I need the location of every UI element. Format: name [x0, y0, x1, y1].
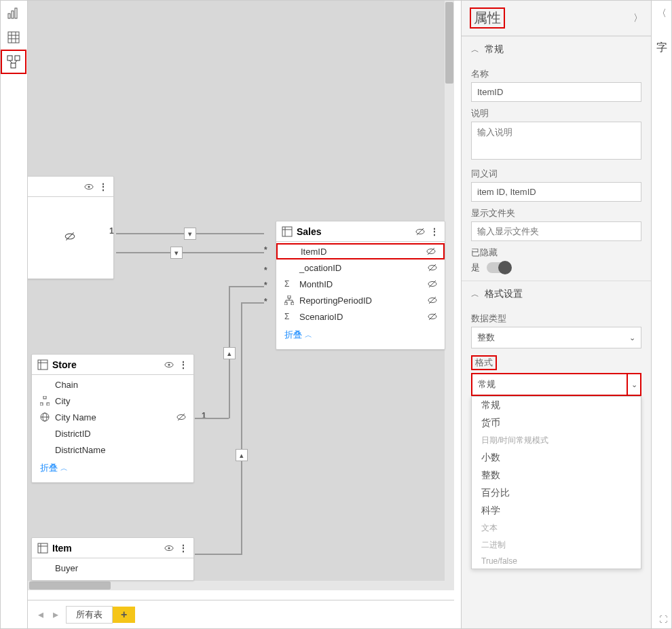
field-districtname[interactable]: DistrictName: [32, 442, 193, 458]
description-label: 说明: [471, 107, 641, 120]
field-monthid[interactable]: ΣMonthID: [276, 276, 445, 292]
relationship-line[interactable]: [195, 418, 229, 419]
format-option[interactable]: 整数: [472, 467, 641, 484]
svg-rect-45: [40, 403, 43, 406]
relationship-line[interactable]: [196, 233, 264, 234]
cardinality-one: 1: [109, 226, 114, 236]
hidden-icon: [427, 262, 439, 273]
svg-rect-3: [8, 32, 19, 43]
section-format-header[interactable]: ︿ 格式设置: [462, 281, 651, 307]
relationship-filter-arrow[interactable]: ▾: [184, 228, 196, 240]
chevron-up-icon: ︿: [60, 463, 68, 473]
format-dropdown: 常规 货币 日期/时间常规模式 小数 整数 百分比 科学 文本 二进制 True…: [471, 396, 641, 569]
svg-line-12: [15, 60, 17, 63]
hierarchy-icon: [284, 295, 295, 305]
svg-rect-10: [11, 63, 16, 68]
expand-pane-icon[interactable]: 〈: [652, 1, 671, 26]
hidden-icon: [427, 295, 439, 306]
chevron-up-icon: ︿: [305, 330, 312, 340]
left-view-toolbar: [1, 1, 28, 628]
hidden-icon[interactable]: [415, 226, 426, 237]
table-node-item[interactable]: Item ⋮ Buyer: [31, 537, 194, 581]
collapse-link[interactable]: 折叠︿: [276, 325, 445, 345]
hidden-icon: [64, 230, 76, 242]
globe-icon: [40, 412, 51, 422]
sigma-icon: Σ: [284, 279, 295, 289]
relationship-line[interactable]: [241, 302, 242, 554]
visibility-icon[interactable]: [164, 359, 174, 370]
svg-point-14: [88, 185, 90, 187]
field-scenarioid[interactable]: ΣScenarioID: [276, 308, 445, 325]
format-select[interactable]: 常规 ⌄: [471, 373, 641, 396]
synonyms-input[interactable]: [471, 182, 641, 202]
field-cityname[interactable]: City Name: [32, 409, 193, 425]
cardinality-many: *: [264, 297, 267, 306]
field-locationid[interactable]: _ocationID: [276, 259, 445, 276]
pane-title: 属性: [470, 7, 505, 29]
relationship-line[interactable]: [116, 252, 170, 253]
table-node-partial[interactable]: ⋮: [28, 176, 114, 279]
visibility-icon[interactable]: [164, 543, 174, 554]
format-option[interactable]: 小数: [472, 449, 641, 467]
fit-to-screen-icon[interactable]: ⛶: [659, 615, 667, 624]
format-option[interactable]: 科学: [472, 502, 641, 520]
add-diagram-tab[interactable]: +: [113, 607, 135, 623]
field-city[interactable]: City: [32, 393, 193, 409]
table-node-sales[interactable]: Sales ⋮ ItemID _ocationID ΣMonthID Repor…: [276, 221, 445, 350]
diagram-tabs-bar: ◂ ▸ 所有表 +: [28, 600, 454, 628]
display-folder-input[interactable]: [471, 221, 641, 241]
section-general-header[interactable]: ︿ 常规: [462, 37, 651, 62]
synonyms-label: 同义词: [471, 168, 641, 180]
tab-nav-prev[interactable]: ◂: [33, 607, 48, 622]
svg-rect-44: [43, 396, 46, 399]
field-itemid[interactable]: ItemID: [276, 243, 445, 259]
model-canvas[interactable]: ⋮ Sales ⋮ ItemID _ocationID ΣMonthID: [28, 1, 454, 590]
relationship-line[interactable]: [116, 233, 184, 234]
node-menu-icon[interactable]: ⋮: [430, 226, 439, 237]
field-buyer[interactable]: Buyer: [32, 560, 193, 576]
data-view-button[interactable]: [1, 25, 26, 50]
format-option[interactable]: 百分比: [472, 484, 641, 502]
field-reportingperiodid[interactable]: ReportingPeriodID: [276, 292, 445, 308]
name-label: 名称: [471, 68, 641, 80]
format-option[interactable]: 货币: [472, 414, 641, 432]
collapse-pane-icon[interactable]: 〉: [633, 12, 643, 24]
description-input[interactable]: [471, 122, 641, 160]
fields-pane-collapsed[interactable]: 〈 字: [651, 1, 671, 628]
relationship-filter-arrow[interactable]: ▴: [223, 347, 236, 359]
svg-rect-52: [38, 543, 48, 553]
node-title: Sales: [297, 226, 415, 237]
visibility-icon[interactable]: [83, 181, 94, 192]
canvas-vertical-scrollbar[interactable]: [445, 1, 454, 590]
name-input[interactable]: [471, 82, 641, 102]
canvas-horizontal-scrollbar[interactable]: [28, 581, 454, 590]
diagram-tab-all-tables[interactable]: 所有表: [66, 606, 113, 624]
report-view-button[interactable]: [1, 1, 26, 25]
collapse-link[interactable]: 折叠︿: [32, 458, 193, 478]
field-chain[interactable]: Chain: [32, 376, 193, 393]
relationship-line[interactable]: [229, 286, 264, 287]
node-menu-icon[interactable]: ⋮: [179, 359, 188, 370]
cardinality-many: *: [264, 266, 267, 275]
relationship-line[interactable]: [195, 554, 242, 555]
svg-rect-0: [8, 14, 10, 18]
table-node-store[interactable]: Store ⋮ Chain City City Name DistrictID …: [31, 354, 194, 483]
svg-point-43: [168, 363, 170, 365]
svg-rect-1: [12, 11, 14, 18]
properties-panel: 属性 〉 ︿ 常规 名称 说明 同义词 显示文件夹 已隐藏 是 ︿ 格式设置: [461, 1, 651, 628]
node-menu-icon[interactable]: ⋮: [179, 543, 188, 554]
tab-nav-next[interactable]: ▸: [48, 607, 63, 622]
node-menu-icon[interactable]: ⋮: [98, 181, 108, 192]
relationship-filter-arrow[interactable]: ▴: [236, 449, 248, 461]
relationship-line[interactable]: [241, 302, 264, 304]
relationship-line[interactable]: [183, 252, 264, 253]
model-view-button[interactable]: [1, 50, 26, 74]
svg-rect-9: [15, 56, 20, 60]
hidden-toggle[interactable]: [487, 262, 511, 273]
field-districtid[interactable]: DistrictID: [32, 425, 193, 442]
node-title: Item: [52, 543, 164, 554]
format-option[interactable]: 常规: [472, 397, 641, 414]
data-type-select[interactable]: 整数 ⌄: [471, 327, 641, 348]
relationship-filter-arrow[interactable]: ▾: [170, 247, 183, 259]
hidden-icon: [427, 311, 439, 322]
